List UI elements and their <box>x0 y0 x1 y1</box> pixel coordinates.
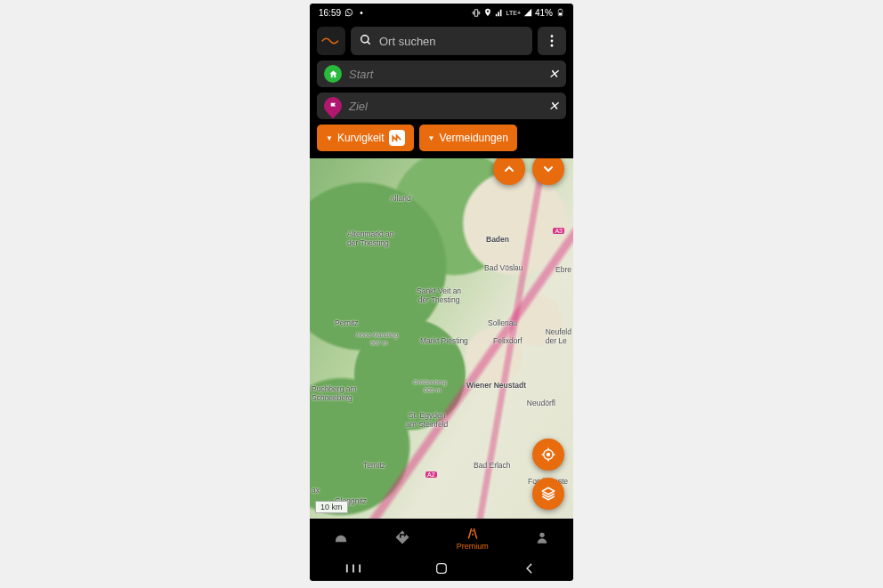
location-icon <box>483 8 492 17</box>
phone-frame: 16:59 • LTE+ 41% <box>310 4 573 581</box>
map-label: Größenberg <box>413 379 447 385</box>
status-time: 16:59 <box>319 8 341 18</box>
map-scale: 10 km <box>315 501 348 513</box>
map-label: Alland <box>390 194 411 203</box>
flag-icon <box>320 93 345 118</box>
map-label: Bad Vöslau <box>484 263 523 272</box>
more-menu-button[interactable] <box>538 27 566 55</box>
home-icon <box>324 65 342 83</box>
svg-point-3 <box>361 35 369 42</box>
destination-placeholder: Ziel <box>349 100 541 113</box>
map-label: Sankt Veit an der Triesting <box>417 286 461 304</box>
svg-point-6 <box>551 40 554 43</box>
map-label: Ebre <box>555 265 571 274</box>
system-nav-bar <box>310 556 573 581</box>
recents-button[interactable] <box>336 562 371 575</box>
avoidances-label: Vermeidungen <box>440 132 508 144</box>
nav-tab-profile[interactable] <box>534 529 550 545</box>
svg-point-5 <box>551 35 554 37</box>
caret-down-icon: ▼ <box>428 134 435 142</box>
curviness-label: Kurvigkeit <box>337 132 385 144</box>
svg-point-9 <box>547 454 550 456</box>
map-label: 605 m <box>424 387 441 393</box>
back-button[interactable] <box>512 562 547 575</box>
home-button[interactable] <box>424 561 459 576</box>
map-label: Pernitz <box>335 318 358 327</box>
map-label: Hohe Mandling <box>356 332 398 338</box>
map-label: Baden <box>486 235 509 244</box>
nav-tab-route[interactable] <box>394 529 410 545</box>
map-label: Bad Erlach <box>474 461 511 470</box>
svg-rect-2 <box>559 12 562 15</box>
map-label: Neudörfl <box>527 399 555 407</box>
signal2-icon <box>523 8 532 17</box>
map-label: St. Egyden am Steinfeld <box>406 411 448 429</box>
clear-destination-button[interactable]: ✕ <box>548 99 559 113</box>
highway-badge: A3 <box>553 228 564 234</box>
nav-premium-label: Premium <box>457 542 489 551</box>
map-label: Markt Piesting <box>420 336 468 345</box>
vibrate-icon <box>472 8 481 17</box>
battery-icon <box>555 8 564 17</box>
nav-tab-premium[interactable]: Premium <box>457 525 489 551</box>
map-label: ax <box>312 486 320 495</box>
map-label: Ternitz <box>363 461 385 470</box>
search-input[interactable]: Ort suchen <box>351 27 532 55</box>
app-logo[interactable] <box>317 27 345 55</box>
map-label: 967 m <box>370 340 387 346</box>
curviness-dropdown[interactable]: ▼ Kurvigkeit <box>317 125 414 151</box>
notification-dot-icon: • <box>357 8 366 17</box>
map-view[interactable]: Alland Altenmarkt an der Triesting Baden… <box>310 158 573 519</box>
search-icon <box>360 34 372 49</box>
search-placeholder: Ort suchen <box>379 35 436 48</box>
road-icon <box>465 525 481 541</box>
map-label: Wiener Neustadt <box>466 381 526 390</box>
network-type: LTE+ <box>506 10 521 16</box>
bottom-nav: Premium <box>310 519 573 556</box>
directions-icon <box>394 529 410 545</box>
svg-line-4 <box>368 41 370 44</box>
svg-point-16 <box>540 533 545 537</box>
caret-down-icon: ▼ <box>326 134 333 142</box>
start-placeholder: Start <box>349 68 541 81</box>
signal-icon <box>495 8 504 17</box>
start-waypoint-input[interactable]: Start ✕ <box>317 60 566 87</box>
svg-rect-1 <box>559 9 561 10</box>
person-icon <box>534 529 550 545</box>
battery-text: 41% <box>535 8 553 18</box>
top-controls: Ort suchen Start ✕ Ziel ✕ ▼ Kurvigkeit <box>310 21 573 158</box>
nav-tab-ride[interactable] <box>333 529 349 545</box>
avoidances-dropdown[interactable]: ▼ Vermeidungen <box>419 125 517 151</box>
map-label: Neufeld der Le <box>546 327 571 345</box>
highway-badge: A2 <box>425 471 437 478</box>
map-label: Puchberg am Schneeberg <box>312 384 357 402</box>
map-label: Sollenau <box>488 318 517 327</box>
map-layers-button[interactable] <box>532 478 564 510</box>
locate-me-button[interactable] <box>532 439 564 471</box>
map-label: Felixdorf <box>493 336 523 345</box>
whatsapp-icon <box>344 8 353 17</box>
status-bar: 16:59 • LTE+ 41% <box>310 4 573 21</box>
clear-start-button[interactable]: ✕ <box>548 67 559 81</box>
map-label: Altenmarkt an der Triesting <box>347 230 393 247</box>
helmet-icon <box>333 529 349 545</box>
svg-point-7 <box>551 44 554 47</box>
svg-rect-20 <box>437 564 447 574</box>
destination-waypoint-input[interactable]: Ziel ✕ <box>317 93 566 119</box>
curviness-level-icon <box>389 130 405 146</box>
